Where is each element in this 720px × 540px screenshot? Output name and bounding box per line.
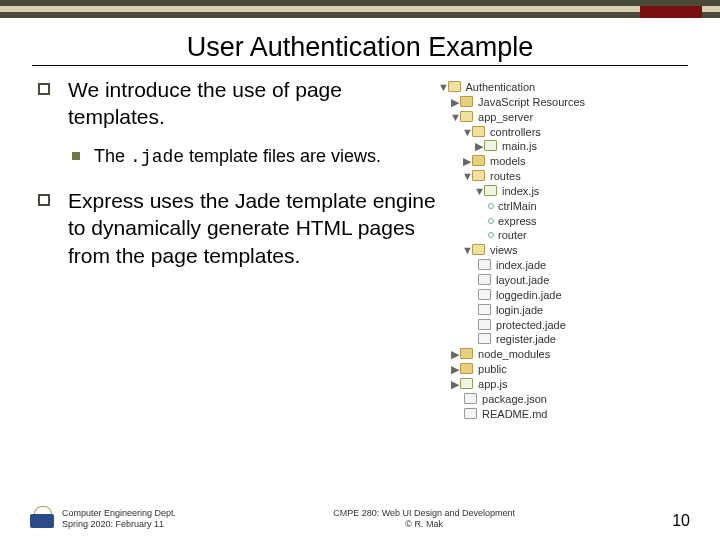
decorative-top-bar — [0, 0, 720, 22]
file-icon — [478, 289, 491, 300]
sub-bullet-1a-text: The .jade template files are views. — [94, 145, 381, 169]
tree-label: controllers — [490, 126, 541, 138]
tree-root: ▼ Authentication — [438, 80, 658, 95]
tree-label: JavaScript Resources — [478, 96, 585, 108]
file-icon — [464, 408, 477, 419]
bullet-2: Express uses the Jade template engine to… — [38, 187, 438, 269]
folder-open-icon — [472, 126, 485, 137]
tree-label: register.jade — [496, 333, 556, 345]
tree-label: Authentication — [465, 81, 535, 93]
js-file-icon — [484, 185, 497, 196]
footer-left: Computer Engineering Dept. Spring 2020: … — [62, 508, 176, 530]
footer-date: Spring 2020: February 11 — [62, 519, 176, 530]
tree-label: routes — [490, 170, 521, 182]
folder-open-icon — [448, 81, 461, 92]
page-number: 10 — [672, 512, 690, 530]
folder-open-icon — [472, 244, 485, 255]
slide-title: User Authentication Example — [0, 32, 720, 63]
bullet-1: We introduce the use of page templates. — [38, 76, 438, 131]
file-icon — [478, 274, 491, 285]
file-icon — [464, 393, 477, 404]
folder-icon — [460, 348, 473, 359]
title-rule — [32, 65, 688, 66]
folder-open-icon — [472, 170, 485, 181]
js-file-icon — [484, 140, 497, 151]
footer-course: CMPE 280: Web UI Design and Development — [176, 508, 672, 519]
tree-label: layout.jade — [496, 274, 549, 286]
sub-pre: The — [94, 146, 130, 166]
dot-icon — [488, 218, 494, 224]
tree-label: public — [478, 363, 507, 375]
bullet-list: We introduce the use of page templates. … — [38, 76, 438, 421]
tree-label: index.js — [502, 185, 539, 197]
sjsu-logo-icon — [30, 506, 54, 530]
sub-bullet-1a: The .jade template files are views. — [72, 145, 438, 169]
bullet-2-text: Express uses the Jade template engine to… — [68, 187, 438, 269]
hollow-square-icon — [38, 194, 50, 206]
tree-label: node_modules — [478, 348, 550, 360]
hollow-square-icon — [38, 83, 50, 95]
tree-label: index.jade — [496, 259, 546, 271]
folder-icon — [460, 363, 473, 374]
folder-icon — [472, 155, 485, 166]
tree-label: package.json — [482, 393, 547, 405]
filled-square-icon — [72, 152, 80, 160]
sub-post: template files are views. — [184, 146, 381, 166]
folder-open-icon — [460, 111, 473, 122]
footer-copyright: © R. Mak — [176, 519, 672, 530]
tree-label: app_server — [478, 111, 533, 123]
footer-dept: Computer Engineering Dept. — [62, 508, 176, 519]
tree-label: README.md — [482, 408, 547, 420]
footer-middle: CMPE 280: Web UI Design and Development … — [176, 508, 672, 530]
footer: Computer Engineering Dept. Spring 2020: … — [0, 506, 720, 530]
code-span: .jade — [130, 147, 184, 167]
tree-label: ctrlMain — [498, 200, 537, 212]
tree-label: main.js — [502, 140, 537, 152]
file-icon — [478, 319, 491, 330]
tree-label: express — [498, 215, 537, 227]
js-file-icon — [460, 378, 473, 389]
dot-icon — [488, 232, 494, 238]
tree-label: router — [498, 229, 527, 241]
file-tree: ▼ Authentication ▶ JavaScript Resources … — [438, 76, 658, 421]
tree-label: app.js — [478, 378, 507, 390]
dot-icon — [488, 203, 494, 209]
file-icon — [478, 304, 491, 315]
file-icon — [478, 259, 491, 270]
tree-label: views — [490, 244, 518, 256]
tree-label: models — [490, 155, 525, 167]
tree-label: protected.jade — [496, 319, 566, 331]
tree-label: login.jade — [496, 304, 543, 316]
bullet-1-text: We introduce the use of page templates. — [68, 76, 438, 131]
file-icon — [478, 333, 491, 344]
tree-label: loggedin.jade — [496, 289, 561, 301]
folder-icon — [460, 96, 473, 107]
